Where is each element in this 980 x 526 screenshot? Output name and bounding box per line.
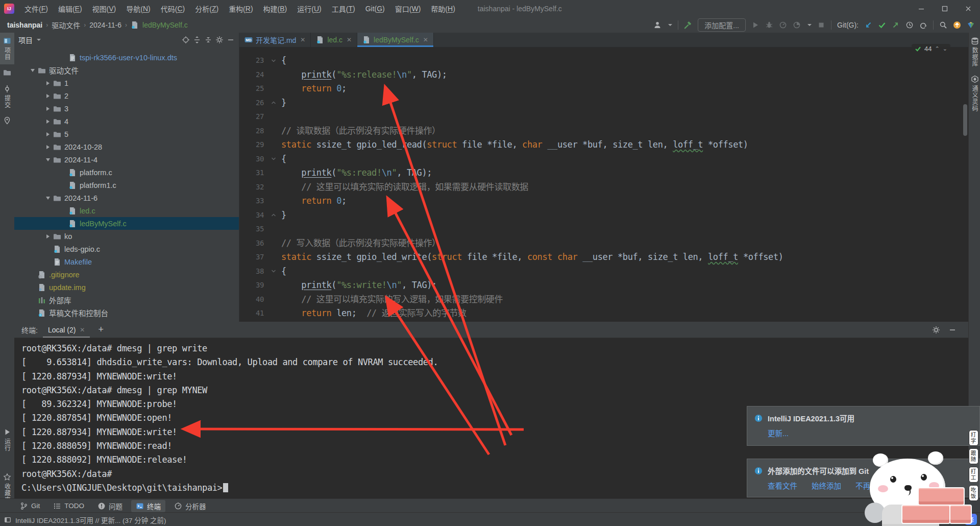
- status-message[interactable]: IntelliJ IDEA2021.1.3可用 // 更新... (37 分钟 …: [15, 515, 166, 525]
- tree-item-外部库[interactable]: 外部库: [14, 294, 239, 306]
- plugin-gem-icon[interactable]: [967, 21, 975, 29]
- translate-badge[interactable]: 译: [965, 514, 977, 525]
- tree-item-leds-gpio.c[interactable]: leds-gpio.c: [14, 243, 239, 255]
- locate-file-icon[interactable]: [182, 36, 190, 44]
- maximize-button[interactable]: [933, 0, 957, 17]
- breadcrumb-item[interactable]: ledByMySelf.c: [142, 21, 188, 29]
- git-commit-button[interactable]: [878, 21, 886, 29]
- tree-item-5[interactable]: 5: [14, 128, 239, 140]
- tree-item-1[interactable]: 1: [14, 77, 239, 89]
- prev-problem-icon[interactable]: ⌃: [935, 45, 940, 52]
- tree-chevron-icon[interactable]: [43, 94, 53, 98]
- toolwindow-button-分析器[interactable]: 分析器: [169, 500, 211, 512]
- sidebar-tool-项目[interactable]: 项目: [0, 33, 14, 64]
- menu-重构[interactable]: 重构(R): [224, 0, 258, 17]
- fold-marker-icon[interactable]: [266, 54, 281, 68]
- terminal-settings-icon[interactable]: [932, 326, 940, 334]
- sidebar-tool-pin[interactable]: [0, 112, 14, 129]
- tree-item-platform1.c[interactable]: platform1.c: [14, 179, 239, 192]
- tree-item-led.c[interactable]: led.c: [14, 204, 239, 217]
- gear-icon[interactable]: [215, 36, 224, 44]
- tree-item-驱动文件[interactable]: 驱动文件: [14, 64, 239, 77]
- close-icon[interactable]: ✕: [80, 326, 85, 333]
- close-icon[interactable]: ✕: [423, 36, 428, 43]
- git-push-button[interactable]: [892, 21, 900, 29]
- notification-link[interactable]: 更新...: [768, 427, 789, 438]
- tree-item-ledByMySelf.c[interactable]: ledByMySelf.c: [14, 217, 239, 230]
- tab-ledByMySelf.c[interactable]: ledByMySelf.c✕: [357, 33, 434, 47]
- tree-item-update.img[interactable]: ?update.img: [14, 281, 239, 294]
- expand-all-icon[interactable]: [193, 36, 201, 44]
- notification-link-view-files[interactable]: 查看文件: [768, 480, 797, 491]
- terminal-hide-icon[interactable]: [948, 326, 957, 334]
- code-editor[interactable]: 23{24 printk("%s:release!\n", TAG);25 re…: [239, 47, 969, 321]
- tree-chevron-icon[interactable]: [28, 69, 38, 72]
- tree-item-ko[interactable]: ko: [14, 230, 239, 243]
- tree-item-2024-10-28[interactable]: 2024-10-28: [14, 140, 239, 153]
- breadcrumb-item[interactable]: taishanpai: [7, 21, 42, 29]
- inspection-widget[interactable]: 44 ⌃ ⌄: [912, 44, 950, 54]
- toolwindow-button-TODO[interactable]: TODO: [48, 501, 89, 511]
- tab-led.c[interactable]: led.c✕: [311, 33, 357, 47]
- menu-编辑[interactable]: 编辑(E): [53, 0, 87, 17]
- tree-item-2[interactable]: 2: [14, 89, 239, 102]
- menu-工具[interactable]: 工具(T): [327, 0, 360, 17]
- sidebar-tool-提交[interactable]: 提交: [0, 81, 14, 112]
- hide-panel-icon[interactable]: [227, 36, 235, 44]
- user-account-icon[interactable]: [653, 21, 662, 29]
- toolwindow-button-终端[interactable]: 终端: [131, 500, 165, 512]
- build-hammer-icon[interactable]: [684, 21, 692, 29]
- breadcrumb-item[interactable]: 2024-11-6: [89, 21, 121, 29]
- tab-开发笔记.md[interactable]: MD开发笔记.md✕: [239, 33, 311, 47]
- menu-帮助[interactable]: 帮助(H): [426, 0, 460, 17]
- profiler-button[interactable]: [779, 21, 787, 29]
- tree-chevron-icon[interactable]: [43, 132, 53, 136]
- menu-分析[interactable]: 分析(Z): [190, 0, 224, 17]
- rollback-button[interactable]: [919, 21, 927, 29]
- menu-视图[interactable]: 视图(V): [87, 0, 121, 17]
- tree-item-3[interactable]: 3: [14, 102, 239, 115]
- breadcrumb-item[interactable]: 驱动文件: [52, 20, 80, 30]
- project-panel-title[interactable]: 项目: [18, 35, 33, 45]
- editor-scrollbar[interactable]: [963, 104, 967, 136]
- run-button[interactable]: [751, 21, 760, 29]
- fold-marker-icon[interactable]: [266, 208, 281, 223]
- tree-item-.gitignore[interactable]: .gitignore: [14, 268, 239, 281]
- tree-item-Makefile[interactable]: Makefile: [14, 255, 239, 268]
- close-icon[interactable]: ✕: [300, 36, 305, 43]
- chevron-down-icon[interactable]: [37, 39, 41, 41]
- collapse-all-icon[interactable]: [204, 36, 212, 44]
- menu-代码[interactable]: 代码(C): [156, 0, 190, 17]
- tree-chevron-icon[interactable]: [43, 119, 53, 124]
- close-button[interactable]: [957, 0, 980, 17]
- tree-item-草稿文件和控制台[interactable]: 草稿文件和控制台: [14, 306, 239, 319]
- menu-导航[interactable]: 导航(N): [121, 0, 155, 17]
- run-config-select[interactable]: 添加配置...: [698, 18, 746, 32]
- menu-构建[interactable]: 构建(B): [258, 0, 292, 17]
- menu-文件[interactable]: 文件(F): [19, 0, 53, 17]
- notification-ide-update[interactable]: IntelliJ IDEA2021.1.3可用 更新...: [747, 406, 980, 446]
- tree-chevron-icon[interactable]: [43, 81, 53, 85]
- fold-marker-icon[interactable]: [266, 96, 281, 110]
- toolwindow-toggle-icon[interactable]: [4, 516, 11, 523]
- debug-button[interactable]: [765, 21, 773, 29]
- right-tool-通义灵码[interactable]: 通义灵码: [969, 71, 980, 116]
- ide-update-icon[interactable]: [953, 21, 961, 29]
- next-problem-icon[interactable]: ⌄: [943, 45, 947, 52]
- tree-item-4[interactable]: 4: [14, 115, 239, 128]
- menu-Git[interactable]: Git(G): [360, 0, 390, 17]
- sidebar-tool-运行[interactable]: 运行: [0, 424, 14, 456]
- new-terminal-button[interactable]: +: [98, 324, 104, 335]
- history-button[interactable]: [905, 21, 914, 29]
- tree-chevron-icon[interactable]: [43, 107, 53, 111]
- minimize-button[interactable]: [910, 0, 933, 17]
- tree-item-2024-11-6[interactable]: 2024-11-6: [14, 192, 239, 204]
- menu-窗口[interactable]: 窗口(W): [390, 0, 426, 17]
- fold-marker-icon[interactable]: [266, 265, 281, 279]
- fold-marker-icon[interactable]: [266, 152, 281, 166]
- sidebar-tool-folder[interactable]: [0, 64, 14, 81]
- terminal-tab-local[interactable]: Local (2) ✕: [43, 322, 90, 338]
- notification-git-add[interactable]: 外部添加的文件可以添加到 Git 查看文件 始终添加 不再询问: [747, 459, 980, 497]
- tree-chevron-icon[interactable]: [43, 197, 53, 200]
- chevron-down-icon[interactable]: [807, 24, 812, 26]
